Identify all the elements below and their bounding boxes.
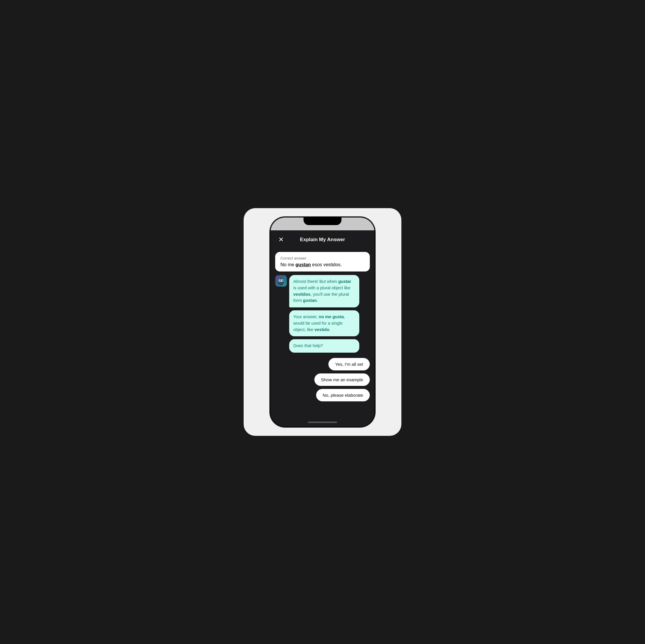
chat-area: Almost there! But when gustar is used wi… (275, 275, 370, 401)
svg-point-8 (282, 280, 283, 281)
reply-options: Yes, I'm all set Show me an example No, … (275, 358, 370, 401)
bot-message-row-1: Almost there! But when gustar is used wi… (275, 275, 370, 307)
app-header: ✕ Explain My Answer (270, 230, 375, 249)
screen-title: Explain My Answer (286, 237, 359, 243)
correct-answer-card: Correct answer: No me gustan esos vestid… (275, 252, 370, 272)
bot-bubble-3: Does that help? (289, 339, 359, 353)
phone-notch (303, 217, 342, 225)
reply-elaborate-button[interactable]: No, please elaborate (316, 389, 370, 401)
svg-point-7 (280, 280, 280, 281)
bot-bubble-2: Your answer, no me gusta, would be used … (289, 310, 359, 336)
close-button[interactable]: ✕ (276, 235, 286, 244)
outer-frame: ✕ Explain My Answer Correct answer: No m… (244, 208, 401, 436)
home-indicator (270, 418, 375, 426)
home-bar (308, 421, 337, 423)
phone-device: ✕ Explain My Answer Correct answer: No m… (270, 217, 375, 427)
owl-avatar-icon (276, 276, 286, 286)
reply-yes-button[interactable]: Yes, I'm all set (329, 358, 370, 370)
phone-screen: ✕ Explain My Answer Correct answer: No m… (270, 218, 375, 426)
correct-answer-text: No me gustan esos vestidos. (280, 262, 365, 267)
avatar (275, 275, 287, 287)
close-icon: ✕ (278, 237, 284, 243)
correct-answer-label: Correct answer: (280, 256, 365, 260)
bot-bubble-1: Almost there! But when gustar is used wi… (289, 275, 359, 307)
scroll-content: Correct answer: No me gustan esos vestid… (270, 249, 375, 418)
reply-example-button[interactable]: Show me an example (314, 373, 370, 386)
